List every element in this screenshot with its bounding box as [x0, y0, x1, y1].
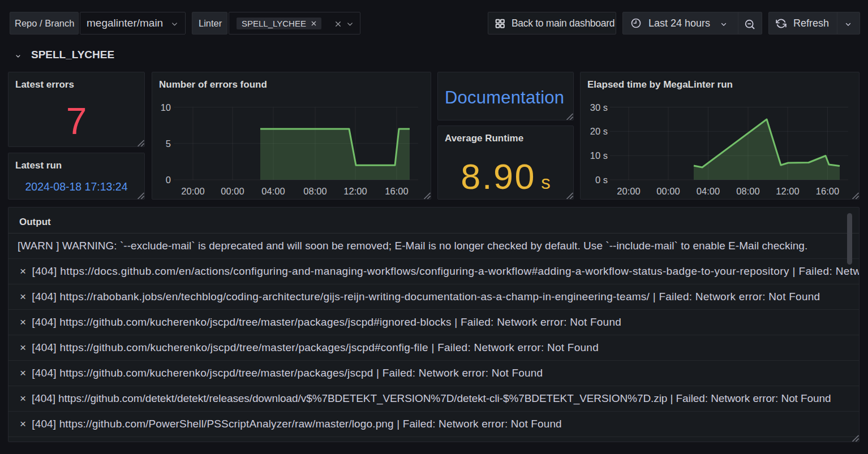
svg-text:00:00: 00:00 [656, 186, 680, 196]
svg-text:20:00: 20:00 [181, 186, 204, 196]
svg-text:10 s: 10 s [590, 150, 608, 161]
svg-text:10: 10 [161, 102, 171, 113]
svg-text:04:00: 04:00 [261, 186, 285, 196]
svg-text:0 s: 0 s [595, 175, 608, 185]
svg-text:0: 0 [166, 175, 171, 185]
svg-text:20 s: 20 s [590, 126, 608, 136]
svg-text:20:00: 20:00 [617, 186, 640, 196]
svg-text:16:00: 16:00 [816, 186, 839, 196]
svg-text:5: 5 [166, 139, 171, 149]
svg-text:08:00: 08:00 [736, 186, 759, 196]
svg-text:16:00: 16:00 [385, 186, 408, 196]
svg-text:08:00: 08:00 [303, 186, 326, 196]
svg-text:30 s: 30 s [590, 102, 608, 113]
svg-text:04:00: 04:00 [697, 186, 720, 196]
svg-text:00:00: 00:00 [221, 186, 244, 196]
svg-text:12:00: 12:00 [776, 186, 799, 196]
svg-text:12:00: 12:00 [343, 186, 367, 196]
